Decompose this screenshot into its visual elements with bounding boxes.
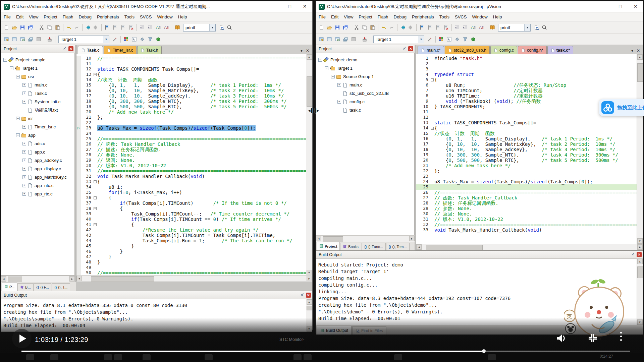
expand-icon[interactable]: + [22,125,26,129]
mem-window-icon[interactable] [10,35,18,43]
nav-back-icon[interactable] [84,23,92,32]
target-select[interactable]: Target 1▼ [58,36,109,43]
code-text[interactable]: { [97,206,123,211]
horizontal-scrollbar[interactable]: ◄► [1,276,75,282]
watch-window-icon[interactable] [18,35,26,43]
tree-item-source-group-1[interactable]: −Source Group 1 [316,72,414,81]
tree-item-stc-usb-cdc-32-lib[interactable]: stc_usb_cdc_32.LIB [316,89,414,98]
code-text[interactable]: //======================================… [434,190,637,195]
code-text[interactable]: Task_Comps[i].Run = 1; /* The task can b… [97,238,292,243]
panel-close-button[interactable]: ✕ [637,252,642,257]
new-file-icon[interactable] [2,23,10,32]
editor-tab-task-c[interactable]: Task.c [78,46,103,54]
code-text[interactable]: { [97,195,111,200]
code-text[interactable]: }; [97,115,103,120]
watch-window-icon[interactable] [333,35,341,43]
tree-item-isr[interactable]: −isr [1,114,74,123]
indent-less-icon[interactable] [138,23,146,32]
fold-collapse-icon[interactable]: − [94,196,97,199]
panel-close-button[interactable]: ✕ [306,293,311,298]
panel-close-button[interactable]: ✕ [408,46,413,51]
flag-clear-icon[interactable] [442,23,450,32]
drag-upload-overlay[interactable]: 拖拽至此上传 [599,99,644,116]
pin-icon[interactable] [402,46,407,52]
menu-item-project[interactable]: Project [41,14,60,19]
more-options-icon[interactable] [620,332,622,341]
indent-more-icon[interactable] [461,23,469,32]
green-cube-icon[interactable] [469,35,477,43]
scroll-thumb[interactable] [426,245,483,250]
panel-tab-f[interactable]: {}{} F... [34,283,52,291]
flag-gray-icon[interactable] [111,23,119,32]
tree-item-target-1[interactable]: −Target 1 [316,64,414,72]
code-text[interactable]: //======================================… [97,136,306,141]
code-text[interactable]: { [434,77,437,82]
flag-blue-icon[interactable] [103,23,111,32]
code-text[interactable]: u8 Tasks_Max = sizeof(Task_Comps)/sizeof… [434,179,593,184]
code-text[interactable]: static TASK_COMPONENTS Task_Comps[]= [434,120,536,125]
collapse-icon[interactable]: − [10,66,13,70]
menu-item-file[interactable]: File [1,14,13,19]
expand-icon[interactable]: + [22,83,26,87]
expand-icon[interactable]: + [22,175,26,179]
code-text[interactable]: { [97,222,134,227]
code-text[interactable]: // 参数: None. [97,152,135,158]
open-folder-icon[interactable] [10,23,18,32]
menu-item-edit[interactable]: Edit [328,14,341,19]
components-icon[interactable] [122,35,130,43]
code-text[interactable]: {0, 300, 300, Sample_NTC}, /* task 4 Per… [97,99,287,104]
indent-less-icon[interactable] [453,23,461,32]
tree-item-system-init-c[interactable]: +System_init.c [1,98,74,106]
flag-gray-icon[interactable] [119,23,127,32]
collapse-icon[interactable]: − [16,117,20,120]
fold-collapse-icon[interactable]: − [431,127,434,130]
book-icon[interactable] [488,23,496,32]
menu-item-view[interactable]: View [26,14,41,19]
find-doc-icon[interactable] [217,23,225,32]
tree-item-app-c[interactable]: +app.c [1,148,74,156]
code-text[interactable]: //======================================… [97,56,306,61]
scroll-thumb[interactable] [323,236,343,242]
menu-item-flash[interactable]: Flash [375,14,391,19]
book-icon[interactable] [173,23,181,32]
scroll-down-arrow[interactable]: ▼ [637,319,643,325]
scroll-thumb[interactable] [91,276,155,282]
scroll-up-arrow[interactable]: ▲ [637,259,643,264]
layers-icon[interactable] [341,35,350,43]
flag-clear-icon[interactable] [127,23,135,32]
pin-icon[interactable] [300,292,305,298]
vertical-scrollbar[interactable]: ▲▼ [637,54,643,244]
save-all-icon[interactable] [341,23,350,32]
search-round-icon[interactable] [225,23,233,32]
menu-item-peripherals[interactable]: Peripherals [409,14,437,19]
pin-icon[interactable] [631,252,635,257]
editor-tab-main-c[interactable]: main.c* [418,46,444,54]
code-text[interactable]: u8 i; [97,184,123,190]
code-text[interactable]: u16 TRITime; //重载计数器 [434,93,543,99]
paste-icon[interactable] [369,23,377,32]
indent-more-icon[interactable] [146,23,154,32]
open-folder-icon[interactable] [325,23,333,32]
tree-item-功能说明-txt[interactable]: 功能说明.txt [1,106,74,114]
doc-close-icon[interactable]: ✕ [637,48,640,53]
tree-window-icon[interactable] [130,35,138,43]
tree-item-main-c[interactable]: +main.c [1,81,74,89]
target-select[interactable]: Target 1▼ [373,36,424,43]
code-text[interactable]: } TASK_COMPONENTS; [434,104,485,109]
collapse-icon[interactable]: − [325,66,328,70]
scroll-thumb[interactable] [637,63,643,82]
code-text[interactable]: }; [434,168,440,174]
flag-gray-icon[interactable] [434,23,442,32]
scroll-down-arrow[interactable]: ▼ [307,270,312,275]
code-text[interactable]: void Task_Marks_Handler_Callback(void) [97,174,205,179]
comment-icon[interactable]: // [154,23,162,32]
editor-tab-timer-lsr-c[interactable]: Timer_lsr.c [104,46,137,54]
code-text[interactable]: static TASK_COMPONENTS Task_Comps[]= [97,66,199,72]
copy-icon[interactable] [46,23,54,32]
scroll-up-arrow[interactable]: ▲ [307,54,312,60]
scroll-thumb[interactable] [637,266,643,278]
tree-item-app-display-c[interactable]: +app_display.c [1,165,74,173]
fold-collapse-icon[interactable]: − [94,73,97,76]
gray-box-icon[interactable] [35,35,43,43]
code-text[interactable]: {0, 500, 500, Sample_RTC}, /* task 5 Per… [434,158,618,163]
